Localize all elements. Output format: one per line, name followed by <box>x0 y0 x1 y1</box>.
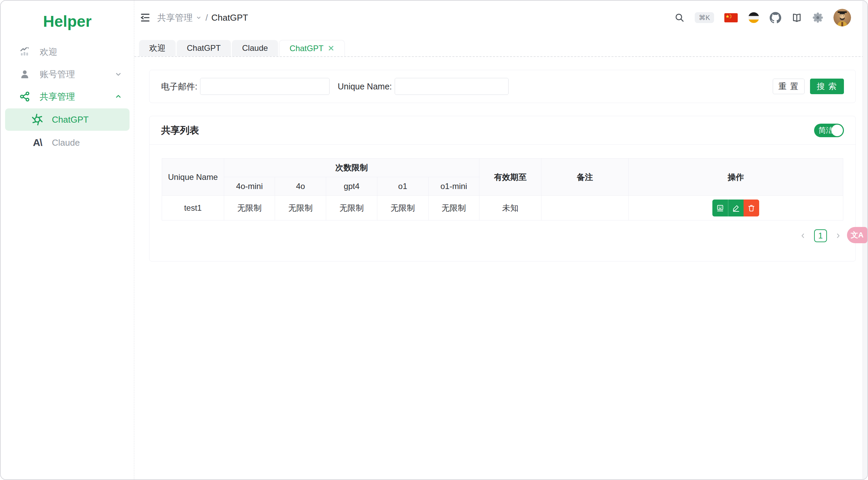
topbar-icons: ⌘K <box>674 9 851 26</box>
user-avatar[interactable] <box>833 9 851 26</box>
toggle-knob <box>831 125 843 136</box>
cell-limit: 无限制 <box>224 196 275 221</box>
sidebar-menu: 欢迎 账号管理 <box>1 41 134 154</box>
edit-pencil-icon <box>732 204 741 212</box>
search-shortcut-badge[interactable]: ⌘K <box>695 12 714 23</box>
share-icon <box>19 90 31 103</box>
share-list-header: 共享列表 简洁 <box>150 116 855 145</box>
sidebar-item-share-management[interactable]: 共享管理 <box>5 85 130 108</box>
col-limit-group: 次数限制 <box>224 159 479 177</box>
sidebar-item-label: Claude <box>52 138 80 148</box>
col-unique-name: Unique Name <box>162 159 224 196</box>
topbar: 共享管理 / ChatGPT ⌘K <box>134 1 867 35</box>
cell-expire: 未知 <box>479 196 541 221</box>
settings-gear-icon[interactable] <box>812 12 823 23</box>
app-window: Helper 欢迎 <box>0 0 868 480</box>
search-icon[interactable] <box>674 13 685 23</box>
email-label: 电子邮件: <box>161 81 197 92</box>
sidebar-item-welcome[interactable]: 欢迎 <box>5 41 130 63</box>
unique-name-label: Unique Name: <box>338 82 392 91</box>
tabbar: 欢迎 ChatGPT Claude ChatGPT ✕ <box>134 35 867 57</box>
delete-button[interactable] <box>744 200 759 216</box>
docs-book-icon[interactable] <box>791 12 802 23</box>
sidebar-item-chatgpt[interactable]: ChatGPT <box>5 108 130 131</box>
tab-welcome[interactable]: 欢迎 <box>139 40 176 56</box>
email-field[interactable] <box>200 78 330 95</box>
profile-card-icon <box>716 204 725 212</box>
breadcrumb-current: ChatGPT <box>211 13 248 23</box>
tab-chatgpt-active[interactable]: ChatGPT ✕ <box>279 40 345 56</box>
sidebar-item-label: 欢迎 <box>40 46 57 58</box>
language-flag-cn-icon[interactable] <box>724 13 738 22</box>
share-list-title: 共享列表 <box>161 124 199 137</box>
tricolor-circle-icon[interactable] <box>748 12 760 23</box>
cell-note <box>541 196 628 221</box>
user-icon <box>19 68 31 80</box>
sidebar-item-label: ChatGPT <box>52 114 88 125</box>
chart-icon <box>19 46 31 58</box>
sidebar-item-label: 共享管理 <box>40 91 75 103</box>
concise-toggle[interactable]: 简洁 <box>814 124 844 137</box>
col-expire: 有效期至 <box>479 159 541 196</box>
openai-icon <box>31 113 44 126</box>
col-note: 备注 <box>541 159 628 196</box>
app-logo: Helper <box>1 8 134 35</box>
github-icon[interactable] <box>770 12 781 23</box>
tab-chatgpt[interactable]: ChatGPT <box>177 40 231 56</box>
page-number[interactable]: 1 <box>814 229 827 242</box>
view-card-button[interactable] <box>712 200 728 216</box>
table-row: test1 无限制 无限制 无限制 无限制 无限制 未知 <box>162 196 843 221</box>
close-icon[interactable]: ✕ <box>328 44 334 53</box>
share-list-card: 共享列表 简洁 Unique Name <box>149 116 856 262</box>
tab-claude[interactable]: Claude <box>232 40 278 56</box>
sidebar-item-accounts[interactable]: 账号管理 <box>5 63 130 85</box>
cell-unique-name: test1 <box>162 196 224 221</box>
trash-icon <box>747 204 756 212</box>
cell-limit: 无限制 <box>377 196 428 221</box>
chevron-up-icon <box>114 92 123 101</box>
translate-float-button[interactable]: 文A <box>847 227 867 243</box>
unique-name-field[interactable] <box>395 78 509 95</box>
breadcrumb-parent[interactable]: 共享管理 <box>157 12 202 24</box>
translate-icon: 文A <box>851 230 864 240</box>
breadcrumb: 共享管理 / ChatGPT <box>157 12 248 24</box>
cell-limit: 无限制 <box>275 196 326 221</box>
col-actions: 操作 <box>629 159 843 196</box>
share-table: Unique Name 次数限制 有效期至 备注 操作 4o-mini 4o g… <box>162 158 843 221</box>
reset-button[interactable]: 重 置 <box>773 79 805 94</box>
anthropic-icon: A\ <box>31 136 44 149</box>
edit-button[interactable] <box>728 200 744 216</box>
col-model-4o-mini: 4o-mini <box>224 177 275 196</box>
sidebar-collapse-icon[interactable] <box>137 9 153 26</box>
breadcrumb-separator: / <box>205 13 208 23</box>
sidebar-item-claude[interactable]: A\ Claude <box>5 131 130 154</box>
cell-limit: 无限制 <box>428 196 479 221</box>
page-content: 电子邮件: Unique Name: 重 置 搜 索 共享列表 简洁 <box>134 57 867 479</box>
sidebar: Helper 欢迎 <box>1 1 134 479</box>
col-model-o1-mini: o1-mini <box>428 177 479 196</box>
sidebar-item-label: 账号管理 <box>40 68 75 80</box>
col-model-gpt4: gpt4 <box>326 177 377 196</box>
next-page-icon[interactable] <box>833 231 843 241</box>
main-area: 共享管理 / ChatGPT ⌘K <box>134 1 867 479</box>
search-form-card: 电子邮件: Unique Name: 重 置 搜 索 <box>149 70 856 103</box>
prev-page-icon[interactable] <box>798 231 808 241</box>
cell-actions <box>629 196 843 221</box>
row-actions <box>712 200 759 216</box>
search-button[interactable]: 搜 索 <box>810 79 844 94</box>
chevron-down-icon <box>195 14 202 21</box>
cell-limit: 无限制 <box>326 196 377 221</box>
col-model-4o: 4o <box>275 177 326 196</box>
col-model-o1: o1 <box>377 177 428 196</box>
chevron-down-icon <box>114 70 123 79</box>
share-list-body: Unique Name 次数限制 有效期至 备注 操作 4o-mini 4o g… <box>150 145 855 261</box>
pagination: 1 <box>162 229 843 242</box>
